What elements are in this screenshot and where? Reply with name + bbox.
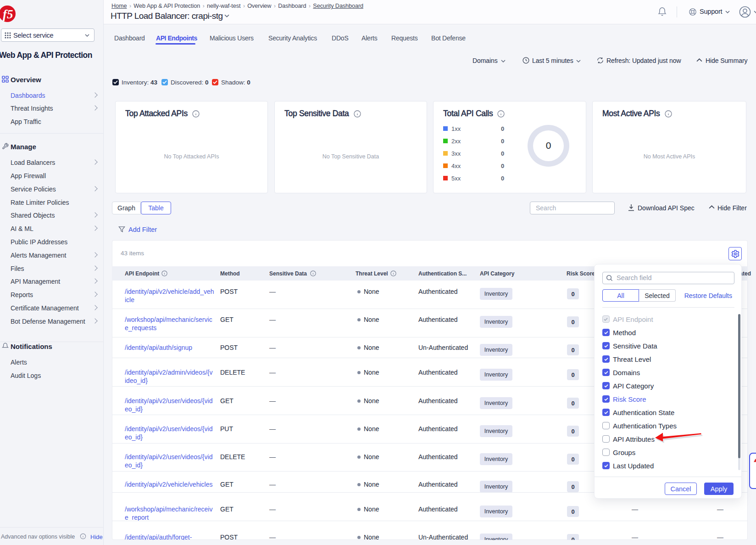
svg-text:f5: f5	[3, 7, 13, 21]
